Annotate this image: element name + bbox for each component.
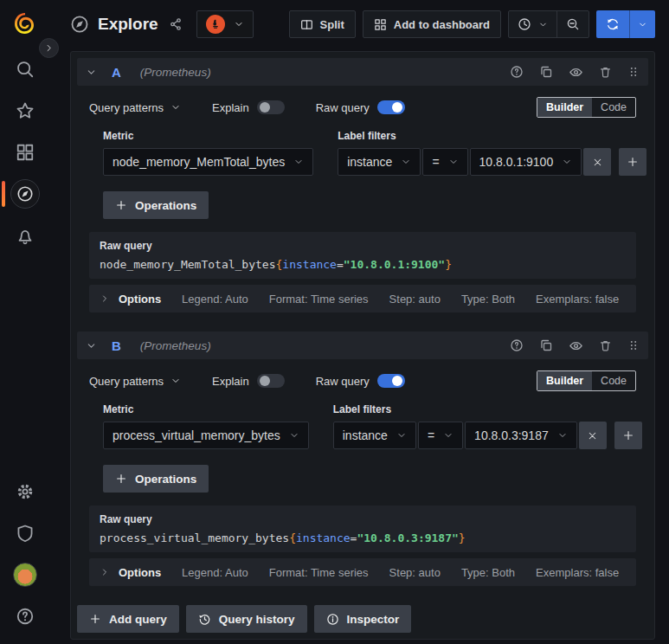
grafana-logo-icon[interactable] xyxy=(11,10,39,38)
options-legend: Legend: Auto xyxy=(182,293,248,306)
add-to-dashboard-button[interactable]: Add to dashboard xyxy=(363,10,501,38)
query-patterns-button[interactable]: Query patterns xyxy=(89,101,181,114)
query-a-body: Query patterns Explain Raw query Builder… xyxy=(77,86,648,319)
dashboard-grid-icon xyxy=(374,18,387,31)
chevron-down-icon xyxy=(234,19,244,29)
query-help-icon[interactable] xyxy=(510,65,524,79)
sidebar-item-explore[interactable] xyxy=(0,177,49,211)
refresh-icon[interactable] xyxy=(596,10,629,38)
query-b-header[interactable]: B (Prometheus) xyxy=(77,332,648,359)
filter-operator-select[interactable]: = xyxy=(418,422,463,449)
chevron-down-icon xyxy=(562,157,572,167)
sidebar-item-profile[interactable] xyxy=(0,557,49,592)
sidebar-item-favorites[interactable] xyxy=(0,93,49,128)
operations-button[interactable]: Operations xyxy=(103,465,209,493)
chevron-right-icon xyxy=(100,567,110,577)
drag-handle-icon[interactable] xyxy=(627,66,640,78)
raw-query-code: node_memory_MemTotal_bytes{instance="10.… xyxy=(100,258,626,271)
hide-response-eye-icon[interactable] xyxy=(569,338,583,353)
query-a-header[interactable]: A (Prometheus) xyxy=(77,58,648,86)
filter-value-select[interactable]: 10.8.0.3:9187 xyxy=(465,422,577,449)
builder-mode-button[interactable]: Builder xyxy=(537,371,592,390)
query-datasource-hint: (Prometheus) xyxy=(140,66,211,79)
run-query-button-group xyxy=(596,10,655,38)
filter-value-select[interactable]: 10.8.0.1:9100 xyxy=(470,148,582,176)
sidebar-item-alerting[interactable] xyxy=(0,218,49,253)
history-icon xyxy=(198,613,211,626)
raw-query-toggle[interactable] xyxy=(377,100,405,114)
query-history-button[interactable]: Query history xyxy=(186,605,307,633)
sidebar-item-server-admin[interactable] xyxy=(0,516,49,551)
plus-icon xyxy=(115,199,127,211)
shield-icon xyxy=(16,524,35,543)
options-type: Type: Both xyxy=(461,566,515,579)
query-help-icon[interactable] xyxy=(510,338,524,352)
metric-select[interactable]: process_virtual_memory_bytes xyxy=(103,422,309,449)
split-button[interactable]: Split xyxy=(289,10,356,38)
time-picker-group xyxy=(508,10,589,38)
add-query-button[interactable]: Add query xyxy=(77,605,179,633)
code-mode-button[interactable]: Code xyxy=(592,98,635,117)
remove-filter-button[interactable] xyxy=(579,422,607,449)
query-footer: Add query Query history Inspector xyxy=(77,605,648,633)
user-avatar xyxy=(13,563,37,587)
duplicate-query-icon[interactable] xyxy=(539,65,553,79)
metric-select[interactable]: node_memory_MemTotal_bytes xyxy=(103,148,313,176)
plus-icon xyxy=(115,473,127,485)
hide-response-eye-icon[interactable] xyxy=(569,65,583,80)
chevron-down-icon[interactable] xyxy=(86,67,97,78)
sidebar-item-settings[interactable] xyxy=(0,474,49,509)
add-filter-button[interactable] xyxy=(619,148,646,176)
sidebar xyxy=(0,0,49,644)
explain-label: Explain xyxy=(212,101,249,114)
filter-operator-select[interactable]: = xyxy=(422,148,467,176)
sidebar-item-dashboards[interactable] xyxy=(0,135,49,170)
plus-icon xyxy=(89,613,101,625)
chevron-down-icon xyxy=(289,430,299,441)
info-circle-icon xyxy=(326,613,339,626)
query-options-bar[interactable]: Options Legend: Auto Format: Time series… xyxy=(89,558,636,586)
code-mode-button[interactable]: Code xyxy=(592,371,635,390)
filter-key-select[interactable]: instance xyxy=(333,422,416,449)
builder-mode-button[interactable]: Builder xyxy=(537,98,592,117)
explain-toggle[interactable] xyxy=(257,100,285,114)
datasource-picker[interactable] xyxy=(196,10,254,38)
chevron-down-icon xyxy=(170,376,181,386)
raw-query-preview: Raw query process_virtual_memory_bytes{i… xyxy=(89,506,636,552)
filter-key-select[interactable]: instance xyxy=(338,148,421,176)
chevron-down-icon[interactable] xyxy=(86,340,97,351)
chevron-right-icon xyxy=(100,293,110,304)
sidebar-item-help[interactable] xyxy=(0,599,49,634)
query-editor-container: A (Prometheus) Query patterns Explain xyxy=(70,51,655,640)
remove-query-trash-icon[interactable] xyxy=(599,339,612,352)
page-title: Explore xyxy=(98,15,158,34)
clock-icon xyxy=(518,17,531,31)
prometheus-logo-icon xyxy=(206,15,225,34)
operations-button[interactable]: Operations xyxy=(103,191,209,219)
remove-filter-button[interactable] xyxy=(583,148,611,176)
query-patterns-button[interactable]: Query patterns xyxy=(89,375,181,388)
zoom-out-time-button[interactable] xyxy=(556,11,589,37)
drag-handle-icon[interactable] xyxy=(627,339,640,351)
explain-toggle[interactable] xyxy=(257,374,285,388)
dashboards-grid-icon xyxy=(16,143,35,162)
metric-label: Metric xyxy=(103,130,313,142)
raw-query-label: Raw query xyxy=(316,101,370,114)
query-options-bar[interactable]: Options Legend: Auto Format: Time series… xyxy=(89,285,636,312)
raw-query-toggle[interactable] xyxy=(377,374,405,388)
raw-query-preview: Raw query node_memory_MemTotal_bytes{ins… xyxy=(89,232,636,279)
remove-query-trash-icon[interactable] xyxy=(599,66,612,79)
time-picker-button[interactable] xyxy=(509,11,556,37)
query-b-body: Query patterns Explain Raw query Builder… xyxy=(77,359,648,592)
sidebar-expand-button[interactable] xyxy=(39,38,59,58)
query-ref-id: B xyxy=(112,338,121,353)
raw-query-label: Raw query xyxy=(316,375,370,388)
split-icon xyxy=(300,18,313,31)
label-filters-label: Label filters xyxy=(333,403,642,415)
inspector-button[interactable]: Inspector xyxy=(314,605,412,633)
sidebar-item-search[interactable] xyxy=(0,52,49,87)
refresh-interval-dropdown[interactable] xyxy=(629,10,655,38)
add-filter-button[interactable] xyxy=(614,422,642,449)
duplicate-query-icon[interactable] xyxy=(539,338,553,352)
share-icon[interactable] xyxy=(169,17,183,31)
